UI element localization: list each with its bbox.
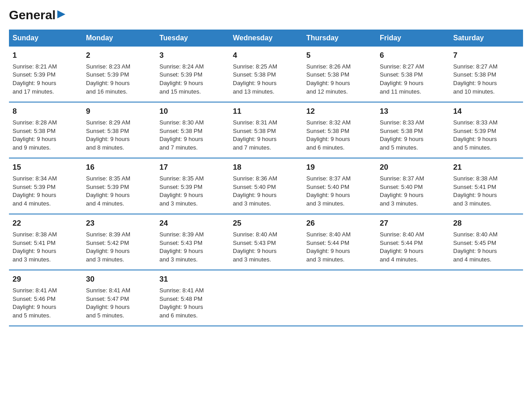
day-number: 16 xyxy=(86,162,152,173)
calendar-cell: 10 Sunrise: 8:30 AM Sunset: 5:38 PM Dayl… xyxy=(156,102,229,158)
day-info: Sunrise: 8:35 AM Sunset: 5:39 PM Dayligh… xyxy=(159,175,226,208)
column-header-monday: Monday xyxy=(82,30,156,47)
day-info: Sunrise: 8:41 AM Sunset: 5:46 PM Dayligh… xyxy=(13,287,79,320)
day-info: Sunrise: 8:31 AM Sunset: 5:38 PM Dayligh… xyxy=(233,119,299,152)
day-info: Sunrise: 8:41 AM Sunset: 5:48 PM Dayligh… xyxy=(159,287,226,320)
calendar-cell: 1 Sunrise: 8:21 AM Sunset: 5:39 PM Dayli… xyxy=(9,47,82,102)
calendar-cell: 11 Sunrise: 8:31 AM Sunset: 5:38 PM Dayl… xyxy=(229,102,303,158)
calendar-cell: 17 Sunrise: 8:35 AM Sunset: 5:39 PM Dayl… xyxy=(156,158,229,214)
calendar-cell: 15 Sunrise: 8:34 AM Sunset: 5:39 PM Dayl… xyxy=(9,158,82,214)
calendar-cell: 29 Sunrise: 8:41 AM Sunset: 5:46 PM Dayl… xyxy=(9,270,82,326)
calendar-cell: 5 Sunrise: 8:26 AM Sunset: 5:38 PM Dayli… xyxy=(303,47,376,102)
day-info: Sunrise: 8:39 AM Sunset: 5:42 PM Dayligh… xyxy=(86,231,152,264)
day-number: 31 xyxy=(159,274,226,285)
calendar-cell: 7 Sunrise: 8:27 AM Sunset: 5:38 PM Dayli… xyxy=(450,47,523,102)
calendar-cell: 6 Sunrise: 8:27 AM Sunset: 5:38 PM Dayli… xyxy=(376,47,450,102)
day-info: Sunrise: 8:35 AM Sunset: 5:39 PM Dayligh… xyxy=(86,175,152,208)
day-number: 19 xyxy=(306,162,373,173)
calendar-cell: 20 Sunrise: 8:37 AM Sunset: 5:40 PM Dayl… xyxy=(376,158,450,214)
calendar-cell: 22 Sunrise: 8:38 AM Sunset: 5:41 PM Dayl… xyxy=(9,214,82,270)
day-number: 11 xyxy=(233,106,299,117)
day-info: Sunrise: 8:41 AM Sunset: 5:47 PM Dayligh… xyxy=(86,287,152,320)
day-number: 17 xyxy=(159,162,226,173)
day-number: 30 xyxy=(86,274,152,285)
day-number: 10 xyxy=(159,106,226,117)
day-number: 20 xyxy=(380,162,446,173)
column-header-tuesday: Tuesday xyxy=(156,30,229,47)
calendar-cell: 27 Sunrise: 8:40 AM Sunset: 5:44 PM Dayl… xyxy=(376,214,450,270)
day-info: Sunrise: 8:37 AM Sunset: 5:40 PM Dayligh… xyxy=(306,175,373,208)
day-info: Sunrise: 8:40 AM Sunset: 5:43 PM Dayligh… xyxy=(233,231,299,264)
day-info: Sunrise: 8:30 AM Sunset: 5:38 PM Dayligh… xyxy=(159,119,226,152)
calendar-cell: 13 Sunrise: 8:33 AM Sunset: 5:38 PM Dayl… xyxy=(376,102,450,158)
column-header-sunday: Sunday xyxy=(9,30,82,47)
calendar-week-row: 1 Sunrise: 8:21 AM Sunset: 5:39 PM Dayli… xyxy=(9,47,523,102)
day-info: Sunrise: 8:25 AM Sunset: 5:38 PM Dayligh… xyxy=(233,63,299,96)
logo: General xyxy=(9,9,66,22)
svg-marker-0 xyxy=(57,10,65,18)
day-info: Sunrise: 8:27 AM Sunset: 5:38 PM Dayligh… xyxy=(453,63,519,96)
day-number: 18 xyxy=(233,162,299,173)
logo-part1: General xyxy=(9,9,56,21)
day-number: 23 xyxy=(86,218,152,229)
calendar-cell xyxy=(303,270,376,326)
calendar-cell: 25 Sunrise: 8:40 AM Sunset: 5:43 PM Dayl… xyxy=(229,214,303,270)
calendar-week-row: 29 Sunrise: 8:41 AM Sunset: 5:46 PM Dayl… xyxy=(9,270,523,326)
calendar-cell: 16 Sunrise: 8:35 AM Sunset: 5:39 PM Dayl… xyxy=(82,158,156,214)
day-number: 13 xyxy=(380,106,446,117)
day-info: Sunrise: 8:33 AM Sunset: 5:38 PM Dayligh… xyxy=(380,119,446,152)
day-info: Sunrise: 8:27 AM Sunset: 5:38 PM Dayligh… xyxy=(380,63,446,96)
day-number: 2 xyxy=(86,50,152,61)
calendar-cell: 24 Sunrise: 8:39 AM Sunset: 5:43 PM Dayl… xyxy=(156,214,229,270)
page-header: General xyxy=(9,9,523,22)
calendar-cell: 21 Sunrise: 8:38 AM Sunset: 5:41 PM Dayl… xyxy=(450,158,523,214)
day-info: Sunrise: 8:32 AM Sunset: 5:38 PM Dayligh… xyxy=(306,119,373,152)
calendar-table: SundayMondayTuesdayWednesdayThursdayFrid… xyxy=(9,30,523,326)
calendar-cell: 9 Sunrise: 8:29 AM Sunset: 5:38 PM Dayli… xyxy=(82,102,156,158)
day-number: 1 xyxy=(13,50,79,61)
day-number: 9 xyxy=(86,106,152,117)
calendar-header-row: SundayMondayTuesdayWednesdayThursdayFrid… xyxy=(9,30,523,47)
day-info: Sunrise: 8:24 AM Sunset: 5:39 PM Dayligh… xyxy=(159,63,226,96)
calendar-cell: 19 Sunrise: 8:37 AM Sunset: 5:40 PM Dayl… xyxy=(303,158,376,214)
calendar-cell: 4 Sunrise: 8:25 AM Sunset: 5:38 PM Dayli… xyxy=(229,47,303,102)
calendar-cell: 30 Sunrise: 8:41 AM Sunset: 5:47 PM Dayl… xyxy=(82,270,156,326)
day-info: Sunrise: 8:38 AM Sunset: 5:41 PM Dayligh… xyxy=(13,231,79,264)
day-info: Sunrise: 8:26 AM Sunset: 5:38 PM Dayligh… xyxy=(306,63,373,96)
day-number: 15 xyxy=(13,162,79,173)
day-info: Sunrise: 8:40 AM Sunset: 5:44 PM Dayligh… xyxy=(306,231,373,264)
calendar-week-row: 15 Sunrise: 8:34 AM Sunset: 5:39 PM Dayl… xyxy=(9,158,523,214)
day-number: 26 xyxy=(306,218,373,229)
day-number: 24 xyxy=(159,218,226,229)
calendar-cell xyxy=(450,270,523,326)
day-info: Sunrise: 8:40 AM Sunset: 5:45 PM Dayligh… xyxy=(453,231,519,264)
day-number: 27 xyxy=(380,218,446,229)
day-number: 4 xyxy=(233,50,299,61)
day-number: 7 xyxy=(453,50,519,61)
calendar-cell: 3 Sunrise: 8:24 AM Sunset: 5:39 PM Dayli… xyxy=(156,47,229,102)
day-number: 6 xyxy=(380,50,446,61)
column-header-wednesday: Wednesday xyxy=(229,30,303,47)
day-number: 21 xyxy=(453,162,519,173)
day-number: 14 xyxy=(453,106,519,117)
logo-triangle-icon xyxy=(56,9,66,19)
day-info: Sunrise: 8:38 AM Sunset: 5:41 PM Dayligh… xyxy=(453,175,519,208)
calendar-cell: 31 Sunrise: 8:41 AM Sunset: 5:48 PM Dayl… xyxy=(156,270,229,326)
day-info: Sunrise: 8:40 AM Sunset: 5:44 PM Dayligh… xyxy=(380,231,446,264)
calendar-cell: 14 Sunrise: 8:33 AM Sunset: 5:39 PM Dayl… xyxy=(450,102,523,158)
day-info: Sunrise: 8:34 AM Sunset: 5:39 PM Dayligh… xyxy=(13,175,79,208)
calendar-cell xyxy=(376,270,450,326)
calendar-cell: 23 Sunrise: 8:39 AM Sunset: 5:42 PM Dayl… xyxy=(82,214,156,270)
column-header-friday: Friday xyxy=(376,30,450,47)
day-number: 3 xyxy=(159,50,226,61)
day-info: Sunrise: 8:29 AM Sunset: 5:38 PM Dayligh… xyxy=(86,119,152,152)
day-info: Sunrise: 8:39 AM Sunset: 5:43 PM Dayligh… xyxy=(159,231,226,264)
day-info: Sunrise: 8:23 AM Sunset: 5:39 PM Dayligh… xyxy=(86,63,152,96)
calendar-cell xyxy=(229,270,303,326)
day-number: 8 xyxy=(13,106,79,117)
calendar-cell: 28 Sunrise: 8:40 AM Sunset: 5:45 PM Dayl… xyxy=(450,214,523,270)
day-info: Sunrise: 8:36 AM Sunset: 5:40 PM Dayligh… xyxy=(233,175,299,208)
day-info: Sunrise: 8:21 AM Sunset: 5:39 PM Dayligh… xyxy=(13,63,79,96)
calendar-week-row: 22 Sunrise: 8:38 AM Sunset: 5:41 PM Dayl… xyxy=(9,214,523,270)
calendar-cell: 18 Sunrise: 8:36 AM Sunset: 5:40 PM Dayl… xyxy=(229,158,303,214)
